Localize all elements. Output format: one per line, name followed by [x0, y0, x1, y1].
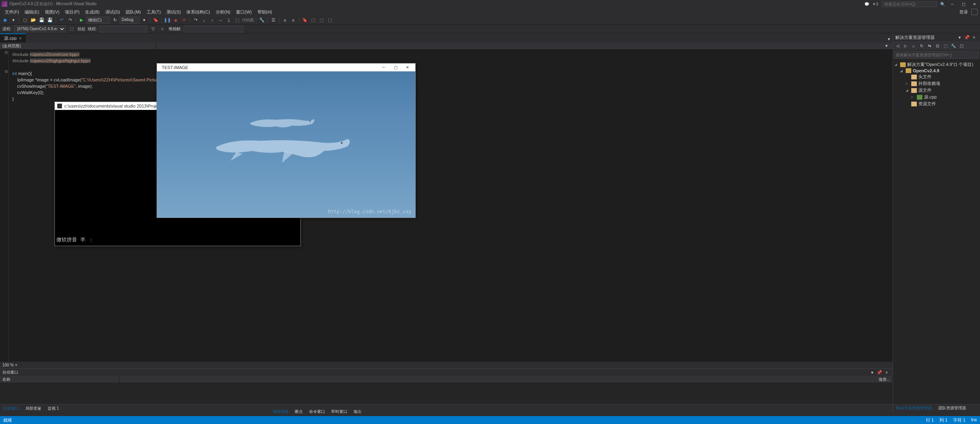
- login-link[interactable]: 登录: [959, 9, 968, 15]
- bookmark3-button[interactable]: ⬚: [318, 17, 325, 24]
- properties-icon[interactable]: 🔧: [950, 42, 957, 49]
- scope-dropdown[interactable]: (全局范围): [2, 43, 21, 49]
- menu-window[interactable]: 窗口(W): [234, 8, 254, 16]
- maximize-button[interactable]: ▢: [959, 1, 967, 7]
- auto-pin-icon[interactable]: 📌: [876, 369, 883, 376]
- flag-icon[interactable]: ▼9: [872, 2, 878, 6]
- account-icon[interactable]: [971, 9, 978, 15]
- menu-file[interactable]: 文件(F): [2, 8, 21, 16]
- restart-button[interactable]: ⟳: [180, 17, 188, 24]
- config-combo[interactable]: Debug: [120, 17, 139, 24]
- filter-icon[interactable]: ▽: [149, 25, 157, 33]
- stackframe-input[interactable]: [184, 25, 243, 33]
- tab-source-cpp[interactable]: 源.cpp ×: [0, 33, 26, 42]
- solution-search-input[interactable]: [894, 51, 979, 59]
- bookmark2-button[interactable]: ⬚: [310, 17, 317, 24]
- tab-solution[interactable]: 解决方案资源管理器: [893, 405, 935, 412]
- fwd-icon[interactable]: ▷: [903, 42, 909, 49]
- menu-team[interactable]: 团队(M): [123, 8, 143, 16]
- step-out-button[interactable]: ↑: [209, 17, 216, 24]
- nav-fwd-button[interactable]: ▾: [10, 17, 17, 24]
- dropdown-icon[interactable]: ▾: [141, 17, 148, 24]
- tab-team[interactable]: 团队资源管理器: [935, 405, 969, 412]
- menu-tools[interactable]: 工具(T): [144, 8, 163, 16]
- tab-immediate[interactable]: 即时窗口: [328, 408, 351, 416]
- zoom-dropdown-icon[interactable]: ▾: [15, 362, 17, 368]
- undo-button[interactable]: ↶: [58, 17, 65, 24]
- tab-dropdown-icon[interactable]: ▾: [885, 35, 893, 42]
- step-button[interactable]: ⤵: [225, 17, 232, 24]
- indent-button[interactable]: ≡: [281, 17, 289, 24]
- collapse-icon[interactable]: ⊟: [5, 50, 8, 54]
- save-button[interactable]: 💾: [38, 17, 45, 24]
- col-value[interactable]: 值类...: [119, 376, 893, 383]
- menu-view[interactable]: 视图(V): [43, 8, 62, 16]
- minimize-button[interactable]: ─: [948, 1, 956, 7]
- back-icon[interactable]: ◁: [895, 42, 901, 49]
- tree-solution[interactable]: ◢解决方案"OpenCv2.4.9"(1 个项目): [895, 61, 978, 68]
- continue-combo[interactable]: 继续(C): [86, 17, 110, 24]
- search-icon[interactable]: 🔍: [940, 2, 945, 6]
- tree-external[interactable]: ▷外部依赖项: [895, 80, 978, 87]
- img-close-button[interactable]: ✕: [402, 64, 413, 71]
- redo-button[interactable]: ↷: [66, 17, 74, 24]
- comment-button[interactable]: ☰: [270, 17, 277, 24]
- zoom-level[interactable]: 100 %: [2, 363, 14, 367]
- img-maximize-button[interactable]: ▢: [390, 64, 401, 71]
- image-window[interactable]: TEST-IMAGE ─ ▢ ✕ http://blog.csdn.net/bj…: [157, 63, 416, 218]
- quick-launch-input[interactable]: [881, 1, 937, 7]
- menu-test[interactable]: 测试(S): [164, 8, 184, 16]
- tree-project[interactable]: ◢OpenCv2.4.9: [895, 68, 978, 73]
- sln-pin-icon[interactable]: 📌: [963, 34, 970, 41]
- refresh-icon[interactable]: ↻: [918, 42, 925, 49]
- outdent-button[interactable]: ≡: [290, 17, 297, 24]
- image-titlebar[interactable]: TEST-IMAGE ─ ▢ ✕: [157, 64, 415, 71]
- tab-auto[interactable]: 自动窗口: [0, 405, 22, 412]
- sln-close-icon[interactable]: ×: [970, 34, 978, 41]
- tree-source-cpp[interactable]: ▷源.cpp: [895, 94, 978, 100]
- step-into-button[interactable]: ↓: [200, 17, 207, 24]
- notification-icon[interactable]: 💬: [864, 2, 869, 6]
- sln-dropdown-icon[interactable]: ▾: [956, 34, 963, 41]
- open-file-button[interactable]: 📂: [30, 17, 37, 24]
- col-name[interactable]: 名称: [0, 376, 119, 383]
- preview-icon[interactable]: ▢: [958, 42, 965, 49]
- scope-nav-icon[interactable]: ▾: [883, 42, 890, 50]
- menu-help[interactable]: 帮助(H): [255, 8, 275, 16]
- menu-debug[interactable]: 调试(D): [103, 8, 122, 16]
- tree-headers[interactable]: 头文件: [895, 73, 978, 80]
- show-next-button[interactable]: →: [217, 17, 224, 24]
- menu-analyze[interactable]: 分析(N): [213, 8, 233, 16]
- process-select[interactable]: [4756] OpenCv2.4.9.exe: [14, 25, 66, 33]
- tab-watch[interactable]: 监视 1: [45, 405, 62, 412]
- bookmark-button[interactable]: 🔖: [301, 17, 308, 24]
- stop-button[interactable]: ■: [172, 17, 179, 24]
- thread-input[interactable]: [99, 25, 147, 33]
- tab-cmd[interactable]: 命令窗口: [306, 408, 328, 416]
- menu-edit[interactable]: 编辑(E): [22, 8, 42, 16]
- tree-resources[interactable]: 资源文件: [895, 100, 978, 107]
- auto-dropdown-icon[interactable]: ▾: [869, 369, 876, 376]
- home-icon[interactable]: ⌂: [910, 42, 917, 49]
- close-button[interactable]: ✕: [970, 1, 978, 7]
- tab-callstack[interactable]: 调用堆栈: [269, 408, 292, 416]
- menu-project[interactable]: 项目(P): [62, 8, 82, 16]
- menu-arch[interactable]: 体系结构(C): [184, 8, 212, 16]
- nav-back-button[interactable]: ◉: [2, 17, 9, 24]
- hex-button[interactable]: ⬚: [234, 17, 241, 24]
- forks-icon[interactable]: ⑂: [159, 25, 166, 33]
- collapse-icon[interactable]: ⊟: [5, 69, 8, 73]
- tree-sources[interactable]: ◢源文件: [895, 87, 978, 94]
- collapse-all-icon[interactable]: ⊡: [934, 42, 941, 49]
- auto-close-icon[interactable]: ×: [883, 369, 890, 376]
- menu-build[interactable]: 生成(B): [83, 8, 102, 16]
- refresh-button[interactable]: ↻: [111, 17, 118, 24]
- show-all-icon[interactable]: ⬚: [942, 42, 949, 49]
- continue-button[interactable]: ▶: [78, 17, 85, 24]
- pause-button[interactable]: ❚❚: [164, 17, 171, 24]
- step-over-button[interactable]: ↷: [192, 17, 199, 24]
- suspend-button[interactable]: ⬚: [68, 25, 75, 33]
- toolbox-button[interactable]: 🔧: [258, 17, 265, 24]
- tab-close-icon[interactable]: ×: [19, 36, 22, 41]
- tab-local[interactable]: 局部变量: [22, 405, 45, 412]
